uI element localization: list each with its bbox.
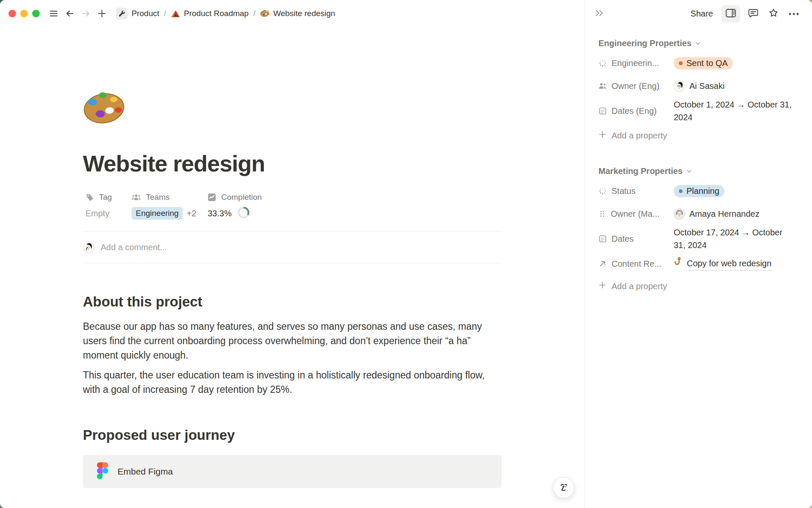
collapse-panel-button[interactable]: [593, 7, 606, 21]
status-dot: [679, 189, 683, 193]
teams-chip-engineering[interactable]: Engineering: [132, 207, 183, 220]
palette-icon: [260, 9, 269, 18]
section-marketing-properties[interactable]: Marketing Properties: [598, 163, 795, 179]
paragraph[interactable]: Because our app has so many features, an…: [83, 319, 502, 362]
heading-journey[interactable]: Proposed user journey: [83, 426, 502, 444]
property-row-content-relation: Content Re... Copy for web redesign: [598, 252, 795, 275]
fullscreen-window-button[interactable]: [32, 10, 40, 17]
embed-figma-block[interactable]: Embed Figma: [83, 455, 502, 488]
property-teams-value[interactable]: Engineering +2: [132, 205, 208, 222]
property-value[interactable]: Planning: [674, 185, 795, 197]
forward-button[interactable]: [80, 7, 92, 20]
page-title[interactable]: Website redesign: [83, 150, 502, 177]
property-key[interactable]: Dates (Eng): [598, 106, 674, 116]
property-value[interactable]: October 17, 2024 → October 31, 2024: [674, 226, 795, 251]
figma-logo-icon: [97, 462, 108, 481]
comments-button[interactable]: [746, 6, 760, 21]
page-scroll-area[interactable]: Website redesign Tag Empty: [0, 27, 584, 508]
paragraph[interactable]: This quarter, the user education team is…: [83, 368, 502, 397]
property-key[interactable]: Engineerin...: [598, 58, 674, 68]
share-button[interactable]: Share: [688, 7, 716, 20]
teams-icon: [132, 193, 141, 202]
status-dot: [679, 61, 683, 65]
property-key[interactable]: Owner (Eng): [598, 81, 674, 91]
breadcrumb-item-product-roadmap[interactable]: Product Roadmap: [168, 7, 251, 20]
person-name: Amaya Hernandez: [689, 207, 760, 220]
property-label: Completion: [221, 193, 262, 202]
property-label: Tag: [99, 193, 112, 202]
relation-page-link[interactable]: Copy for web redesign: [687, 257, 771, 271]
calendar-icon: [598, 107, 607, 115]
window-controls: [8, 10, 40, 17]
double-chevron-right-icon: [594, 8, 604, 19]
property-completion[interactable]: Completion: [208, 190, 502, 205]
close-window-button[interactable]: [8, 10, 16, 17]
property-value[interactable]: Copy for web redesign: [674, 257, 795, 271]
property-completion-value[interactable]: 33.3%: [208, 205, 502, 222]
panel-topbar: Share: [585, 0, 812, 27]
teams-more-count[interactable]: +2: [187, 209, 196, 218]
side-peek-toggle-button[interactable]: [721, 5, 740, 22]
plus-icon: [97, 8, 107, 19]
arrow-left-icon: [65, 9, 74, 18]
sidebar-menu-button[interactable]: [47, 7, 60, 20]
comment-placeholder: Add a comment...: [101, 243, 167, 252]
property-label: Dates (Eng): [612, 106, 657, 116]
avatar-amaya-hernandez: [674, 208, 685, 220]
property-row-owner-eng: Owner (Eng) Ai Sasaki: [598, 75, 795, 97]
six-dots-icon: [598, 210, 606, 218]
add-property-marketing[interactable]: Add a property: [598, 275, 795, 297]
section-engineering-properties[interactable]: Engineering Properties: [598, 35, 795, 52]
ellipsis-icon: [788, 11, 799, 17]
notion-ai-button[interactable]: [553, 477, 574, 498]
status-pill-planning[interactable]: Planning: [674, 185, 724, 197]
plus-icon: [598, 130, 606, 141]
palette-icon: [83, 89, 125, 128]
tent-icon: [171, 9, 180, 18]
status-pill-sent-to-qa[interactable]: Sent to QA: [674, 57, 733, 69]
heading-about[interactable]: About this project: [83, 293, 502, 311]
property-value[interactable]: Ai Sasaki: [674, 80, 795, 92]
avatar-ai-sasaki: [674, 80, 685, 92]
breadcrumb-label: Product: [132, 9, 159, 18]
property-value[interactable]: Sent to QA: [674, 57, 795, 69]
add-property-engineering[interactable]: Add a property: [598, 124, 795, 146]
breadcrumb-item-product[interactable]: Product: [113, 6, 162, 21]
property-teams[interactable]: Teams: [132, 190, 208, 205]
property-value[interactable]: October 1, 2024 → October 31, 2024: [674, 98, 795, 124]
favorite-button[interactable]: [766, 6, 781, 21]
breadcrumb-label: Product Roadmap: [184, 9, 249, 18]
divider: [83, 263, 502, 263]
property-tag[interactable]: Tag: [85, 190, 132, 205]
property-key[interactable]: Owner (Ma...: [598, 209, 674, 219]
new-tab-button[interactable]: [96, 7, 108, 20]
property-key[interactable]: Dates: [598, 234, 674, 244]
property-row-engineering-status: Engineerin... Sent to QA: [598, 52, 795, 75]
notion-ai-face-icon: [558, 481, 570, 494]
panel-body: Engineering Properties Engineerin... Sen…: [585, 27, 812, 297]
breadcrumb-separator: /: [251, 9, 258, 18]
properties-side-panel: Share Engineering Properties: [584, 0, 812, 508]
property-key[interactable]: Content Re...: [598, 259, 674, 269]
plus-icon: [598, 281, 606, 291]
property-label: Status: [612, 186, 636, 196]
main-pane: Product / Product Roadmap / Website rede…: [0, 0, 584, 508]
wrench-icon: [116, 8, 128, 19]
side-peek-icon: [725, 8, 736, 19]
arrow-right-icon: [81, 9, 91, 18]
back-button[interactable]: [63, 7, 76, 20]
more-options-button[interactable]: [787, 9, 801, 19]
minimize-window-button[interactable]: [20, 10, 28, 17]
hook-icon: [674, 257, 683, 271]
status-spinner-icon: [598, 187, 607, 195]
breadcrumb-item-website-redesign[interactable]: Website redesign: [258, 7, 337, 20]
comment-input[interactable]: Add a comment...: [83, 232, 502, 263]
star-icon: [768, 8, 779, 19]
property-row-status: Status Planning: [598, 179, 795, 202]
property-value[interactable]: Amaya Hernandez: [674, 207, 795, 220]
embed-figma-label: Embed Figma: [118, 467, 173, 477]
breadcrumb-label: Website redesign: [273, 9, 335, 18]
property-tag-value[interactable]: Empty: [85, 205, 132, 222]
property-key[interactable]: Status: [598, 186, 674, 196]
page-icon-palette[interactable]: [83, 89, 125, 128]
